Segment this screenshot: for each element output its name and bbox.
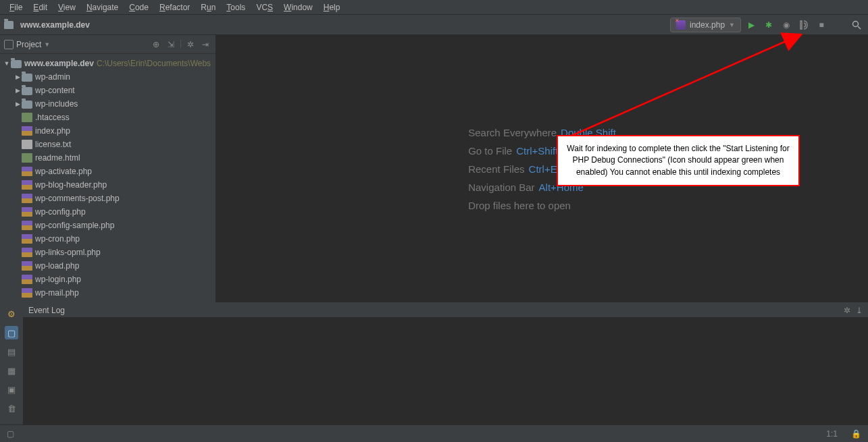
menu-bar: File Edit View Navigate Code Refactor Ru… xyxy=(0,0,868,15)
menu-code[interactable]: Code xyxy=(124,3,154,12)
collapse-all-icon[interactable]: ⇲ xyxy=(165,38,177,51)
menu-help[interactable]: Help xyxy=(318,3,346,12)
tree-file[interactable]: ·wp-config.php xyxy=(0,205,215,219)
listen-debug-button[interactable] xyxy=(796,18,811,32)
hide-icon[interactable]: ⤓ xyxy=(856,306,863,315)
tree-file[interactable]: ·wp-config-sample.php xyxy=(0,219,215,232)
debug-button[interactable]: ✱ xyxy=(761,18,776,32)
tool-structure-icon[interactable]: ▦ xyxy=(5,364,18,377)
svg-line-1 xyxy=(858,26,861,29)
file-icon xyxy=(22,288,32,298)
file-icon xyxy=(22,248,32,257)
file-icon xyxy=(22,221,32,230)
tree-file[interactable]: ·readme.html xyxy=(0,151,215,165)
gear-icon[interactable]: ✲ xyxy=(184,38,197,51)
menu-tools[interactable]: Tools xyxy=(221,3,251,12)
tree-root[interactable]: ▼ www.example.dev C:\Users\Erin\Document… xyxy=(0,57,215,70)
folder-icon xyxy=(22,87,32,95)
menu-run[interactable]: Run xyxy=(195,3,221,12)
run-config-selector[interactable]: index.php ▼ xyxy=(670,18,741,32)
folder-icon xyxy=(22,74,32,82)
svg-point-0 xyxy=(853,21,859,26)
file-icon xyxy=(22,180,32,190)
tool-todo-icon[interactable]: ▤ xyxy=(5,345,18,358)
breadcrumb-project: www.example.dev xyxy=(20,20,90,30)
caret-position[interactable]: 1:1 xyxy=(826,429,838,439)
lock-icon[interactable]: 🔒 xyxy=(851,429,861,439)
tool-messages-icon[interactable]: ▢ xyxy=(5,326,18,339)
tool-problems-icon[interactable]: ⚙ xyxy=(5,307,18,321)
tree-folder[interactable]: ▶wp-admin xyxy=(0,70,215,84)
tree-file[interactable]: ·wp-login.php xyxy=(0,273,215,286)
event-log-body xyxy=(23,318,868,424)
stop-button[interactable]: ■ xyxy=(814,18,829,32)
search-button[interactable] xyxy=(849,18,864,32)
tree-file[interactable]: ·wp-activate.php xyxy=(0,165,215,178)
tree-file[interactable]: ·index.php xyxy=(0,124,215,138)
file-icon xyxy=(22,113,32,122)
folder-icon xyxy=(22,101,32,109)
file-icon xyxy=(22,207,32,217)
php-icon xyxy=(676,20,686,30)
tree-file[interactable]: ·wp-links-opml.php xyxy=(0,246,215,259)
status-bar: ▢ 1:1 🔒 xyxy=(0,424,868,442)
hide-icon[interactable]: ⇥ xyxy=(199,38,211,51)
menu-view[interactable]: View xyxy=(53,3,81,12)
chevron-down-icon[interactable]: ▼ xyxy=(44,41,50,48)
tool-favorites-icon[interactable]: ▣ xyxy=(5,383,18,396)
file-icon xyxy=(22,167,32,176)
chevron-down-icon: ▼ xyxy=(729,22,735,28)
tree-file[interactable]: ·.htaccess xyxy=(0,111,215,124)
file-icon xyxy=(22,140,32,149)
project-tree[interactable]: ▼ www.example.dev C:\Users\Erin\Document… xyxy=(0,54,215,302)
tree-file[interactable]: ·wp-cron.php xyxy=(0,232,215,246)
breadcrumb[interactable]: www.example.dev xyxy=(4,20,90,30)
menu-file[interactable]: File xyxy=(4,3,28,12)
file-icon xyxy=(22,194,32,203)
tree-file[interactable]: ·wp-blog-header.php xyxy=(0,178,215,192)
menu-refactor[interactable]: Refactor xyxy=(154,3,195,12)
menu-navigate[interactable]: Navigate xyxy=(81,3,124,12)
project-icon xyxy=(4,40,14,49)
toolbar: www.example.dev index.php ▼ ▶ ✱ ◉ ■ | xyxy=(0,15,868,35)
annotation-callout: Wait for indexing to complete then click… xyxy=(557,135,800,186)
tree-file[interactable]: ·wp-mail.php xyxy=(0,286,215,300)
run-button[interactable]: ▶ xyxy=(744,18,759,32)
tree-file[interactable]: ·wp-load.php xyxy=(0,259,215,273)
menu-edit[interactable]: Edit xyxy=(28,3,53,12)
tree-folder[interactable]: ▶wp-content xyxy=(0,84,215,97)
project-panel-title[interactable]: Project xyxy=(16,40,41,49)
status-left[interactable]: ▢ xyxy=(7,429,14,439)
tool-trash-icon[interactable]: 🗑 xyxy=(5,402,18,415)
tree-folder[interactable]: ▶wp-includes xyxy=(0,97,215,111)
folder-icon xyxy=(11,60,22,68)
folder-icon xyxy=(4,21,14,29)
file-icon xyxy=(22,234,32,244)
menu-window[interactable]: Window xyxy=(278,3,318,12)
gear-icon[interactable]: ✲ xyxy=(844,306,850,315)
project-sidebar: Project ▼ ⊕ ⇲ | ✲ ⇥ ▼ www.example.dev C:… xyxy=(0,35,216,302)
scroll-from-source-icon[interactable]: ⊕ xyxy=(150,38,162,51)
file-icon xyxy=(22,275,32,284)
event-log-title[interactable]: Event Log xyxy=(28,306,65,315)
file-icon xyxy=(22,153,32,163)
file-icon xyxy=(22,261,32,271)
coverage-button[interactable]: ◉ xyxy=(779,18,794,32)
menu-vcs[interactable]: VCS xyxy=(251,3,278,12)
run-config-label: index.php xyxy=(690,20,725,30)
event-log-panel: ⚙ ▢ ▤ ▦ ▣ 🗑 Event Log ✲ ⤓ xyxy=(0,302,868,424)
tree-file[interactable]: ·wp-comments-post.php xyxy=(0,192,215,205)
tree-file[interactable]: ·license.txt xyxy=(0,138,215,151)
file-icon xyxy=(22,126,32,136)
